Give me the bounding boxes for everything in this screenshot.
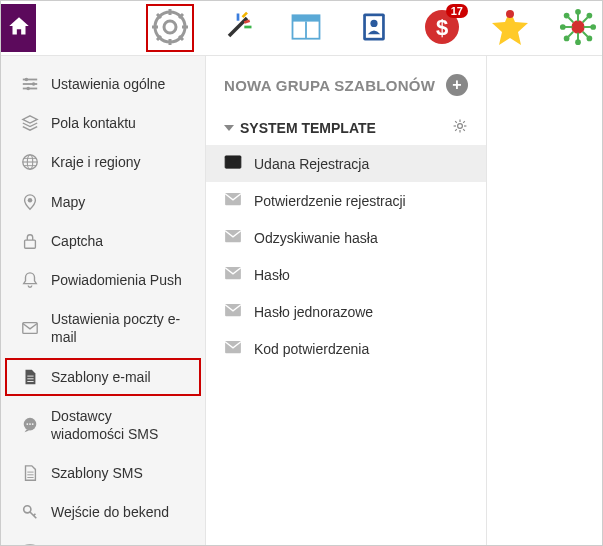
svg-line-75 [463,129,465,131]
svg-rect-54 [23,323,37,334]
sidebar-item-label: Kraje i regiony [51,153,187,171]
svg-line-66 [30,512,36,518]
home-button[interactable] [1,4,36,52]
star-icon [490,7,530,50]
topbar: $ 17 [1,1,602,56]
sidebar-item-database[interactable]: Baza danych [5,532,201,546]
envelope-icon [224,303,242,320]
chevron-down-icon [224,125,234,131]
sidebar-item-captcha[interactable]: Captcha [5,222,201,260]
section-header[interactable]: SYSTEM TEMPLATE [206,110,486,145]
favorites-button[interactable] [486,4,534,52]
template-item[interactable]: Kod potwierdzenia [206,330,486,367]
key-icon [21,503,39,521]
database-icon [21,543,39,546]
svg-line-67 [34,514,36,516]
template-label: Odzyskiwanie hasła [254,230,378,246]
content: Ustawienia ogólne Pola kontaktu Kraje i … [1,56,602,545]
svg-point-59 [26,423,28,425]
template-list: Udana Rejestracja Potwierdzenie rejestra… [206,145,486,367]
template-item[interactable]: Hasło jednorazowe [206,293,486,330]
svg-point-24 [571,20,584,33]
svg-point-65 [24,506,31,513]
sidebar-item-push[interactable]: Powiadomienia Push [5,261,201,299]
group-title: NOWA GRUPA SZABLONÓW [224,77,435,94]
sidebar-item-sms-providers[interactable]: Dostawcy wiadomości SMS [5,397,201,453]
sidebar-item-label: Powiadomienia Push [51,271,187,289]
template-label: Kod potwierdzenia [254,341,369,357]
sidebar-item-maps[interactable]: Mapy [5,183,201,221]
bell-icon [21,271,39,289]
settings-gear-button[interactable] [146,4,194,52]
template-item[interactable]: Udana Rejestracja [206,145,486,182]
notification-badge: 17 [446,4,468,18]
sidebar-item-email-settings[interactable]: Ustawienia poczty e-mail [5,300,201,356]
sidebar-item-countries[interactable]: Kraje i regiony [5,143,201,181]
main-panel: NOWA GRUPA SZABLONÓW + SYSTEM TEMPLATE U… [206,56,487,545]
template-label: Hasło [254,267,290,283]
address-book-icon [356,9,392,48]
svg-point-45 [32,82,36,86]
section-settings-button[interactable] [452,118,468,137]
sidebar-item-contact-fields[interactable]: Pola kontaktu [5,104,201,142]
svg-point-61 [32,423,34,425]
svg-point-60 [29,423,31,425]
sidebar-item-email-templates[interactable]: Szablony e-mail [5,358,201,396]
svg-line-14 [244,20,249,22]
gear-icon [150,7,190,50]
svg-line-76 [455,129,457,131]
template-item[interactable]: Odzyskiwanie hasła [206,219,486,256]
svg-point-46 [26,87,30,91]
layout-button[interactable] [282,4,330,52]
svg-line-37 [569,17,574,22]
network-button[interactable] [554,4,602,52]
window-icon [288,9,324,48]
map-pin-icon [21,193,39,211]
magic-wand-icon [220,9,256,48]
envelope-icon [224,266,242,283]
svg-line-74 [455,121,457,123]
layers-icon [21,114,39,132]
svg-rect-16 [293,15,320,21]
sidebar-item-label: Mapy [51,193,187,211]
svg-rect-83 [225,341,241,353]
virus-network-icon [559,8,597,49]
template-item[interactable]: Potwierdzenie rejestracji [206,182,486,219]
svg-point-44 [25,78,29,82]
section-title: SYSTEM TEMPLATE [240,120,446,136]
new-template-group-header[interactable]: NOWA GRUPA SZABLONÓW + [206,56,486,110]
svg-point-52 [28,198,33,203]
template-item[interactable]: Hasło [206,256,486,293]
sidebar-item-label: Ustawienia poczty e-mail [51,310,187,346]
plus-icon: + [446,74,468,96]
svg-rect-82 [225,304,241,316]
sidebar: Ustawienia ogólne Pola kontaktu Kraje i … [1,56,206,545]
sidebar-item-sms-templates[interactable]: Szablony SMS [5,454,201,492]
contacts-button[interactable] [350,4,398,52]
svg-line-77 [463,121,465,123]
envelope-icon [21,319,39,337]
sidebar-item-backend-login[interactable]: Wejście do bekend [5,493,201,531]
billing-button[interactable]: $ 17 [418,4,466,52]
svg-line-38 [583,31,588,36]
document-outline-icon [21,464,39,482]
template-label: Hasło jednorazowe [254,304,373,320]
right-strip [487,56,602,545]
chat-icon [21,416,39,434]
home-icon [6,14,32,43]
svg-point-23 [506,10,514,18]
svg-point-69 [458,124,463,129]
sidebar-item-label: Dostawcy wiadomości SMS [51,407,187,443]
sidebar-item-label: Captcha [51,232,187,250]
tools-button[interactable] [214,4,262,52]
sidebar-item-general-settings[interactable]: Ustawienia ogólne [5,65,201,103]
document-icon [21,368,39,386]
envelope-icon [224,192,242,209]
lock-icon [21,232,39,250]
sidebar-item-label: Pola kontaktu [51,114,187,132]
svg-line-39 [569,31,574,36]
svg-line-13 [243,12,248,17]
svg-point-1 [164,21,176,33]
svg-rect-53 [25,240,36,248]
sidebar-item-label: Baza danych [51,542,187,546]
